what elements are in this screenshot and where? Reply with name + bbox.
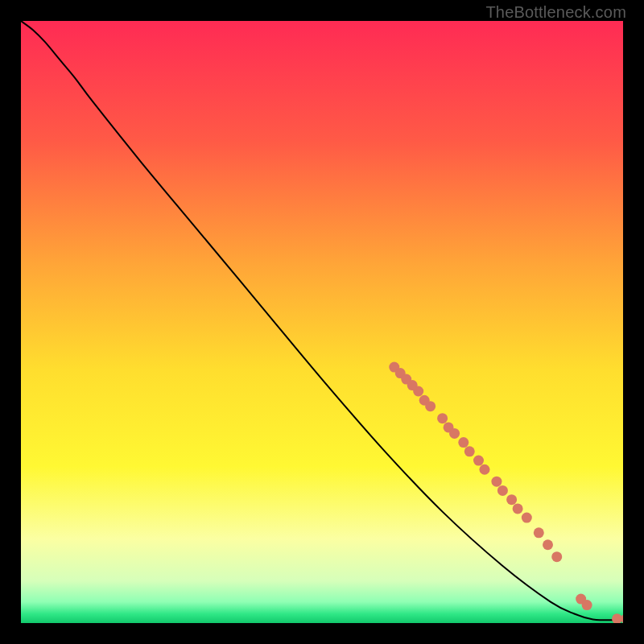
chart-marker bbox=[513, 503, 523, 514]
chart-marker bbox=[582, 600, 592, 610]
chart-marker bbox=[497, 485, 508, 496]
chart-marker bbox=[464, 446, 475, 456]
chart-marker bbox=[543, 539, 553, 550]
chart-marker bbox=[425, 401, 436, 411]
chart-marker bbox=[437, 413, 448, 423]
chart-svg bbox=[21, 21, 623, 623]
chart-marker bbox=[551, 551, 562, 562]
chart-marker bbox=[473, 456, 484, 466]
chart-plot-area bbox=[21, 21, 623, 623]
chart-marker bbox=[534, 527, 544, 538]
chart-stage: TheBottleneck.com bbox=[0, 0, 644, 644]
chart-marker bbox=[522, 513, 532, 523]
chart-marker bbox=[413, 386, 423, 397]
chart-marker bbox=[491, 477, 502, 487]
chart-marker bbox=[506, 494, 517, 505]
chart-marker bbox=[449, 428, 460, 439]
chart-marker bbox=[479, 464, 489, 475]
chart-background bbox=[21, 21, 623, 623]
chart-marker bbox=[458, 437, 469, 448]
watermark-text: TheBottleneck.com bbox=[485, 3, 626, 22]
